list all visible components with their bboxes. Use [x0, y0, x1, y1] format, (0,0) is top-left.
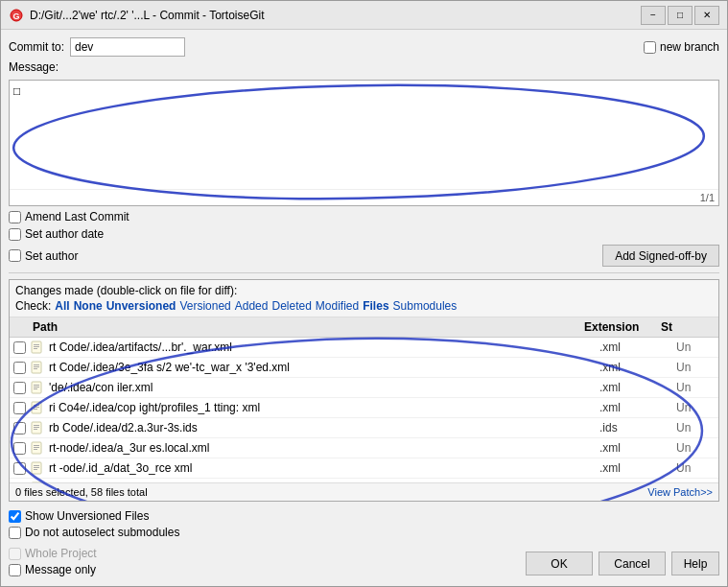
table-header: Path Extension St [10, 317, 718, 338]
changes-header: Changes made (double-click on file for d… [10, 280, 718, 317]
file-icon [30, 420, 45, 435]
file-status: Un [676, 461, 715, 475]
svg-rect-22 [34, 429, 37, 430]
table-row[interactable]: rt Code/.idea/artifacts/...br'._war.xml … [10, 338, 718, 358]
svg-rect-29 [34, 467, 39, 468]
file-name: rt -ode/.id_a/dat_3o_rce xml [49, 461, 599, 475]
file-name: ri Co4e/.idea/cop ight/profiles_1 tting:… [49, 401, 599, 414]
file-status: Un [676, 381, 715, 394]
app-icon: G [9, 8, 24, 23]
svg-rect-24 [34, 445, 39, 446]
table-row[interactable]: rb Code/.idea/d2.a.3ur-3s.ids .ids Un [10, 418, 718, 438]
amend-checkbox-label[interactable]: Amend Last Commit [9, 210, 129, 223]
svg-rect-20 [34, 425, 39, 426]
set-author-checkbox[interactable] [9, 249, 21, 262]
ok-button[interactable]: OK [526, 552, 593, 575]
file-name: 'de/.idea/con iler.xml [49, 381, 599, 394]
file-row-checkbox[interactable] [13, 362, 26, 374]
file-row-checkbox[interactable] [13, 462, 26, 475]
svg-rect-18 [34, 409, 37, 410]
file-icon [30, 340, 45, 355]
close-button[interactable]: ✕ [694, 6, 719, 25]
svg-rect-13 [34, 387, 39, 387]
file-name: rt Code/.idea/artifacts/...br'._war.xml [49, 340, 599, 354]
table-row[interactable]: ri Co4e/.idea/cop ight/profiles_1 tting:… [10, 398, 718, 418]
do-not-autoselect-checkbox[interactable] [9, 527, 21, 539]
check-versioned-link[interactable]: Versioned [179, 299, 230, 313]
commit-to-input[interactable] [70, 37, 185, 57]
main-content: Commit to: new branch Message: □ 1/1 [1, 30, 727, 586]
message-textarea[interactable]: □ [10, 81, 718, 186]
message-group: □ 1/1 [9, 80, 719, 206]
titlebar: G D:/Git/...2'we' rtc/.2' '...L - Commit… [1, 1, 727, 30]
path-column-header: Path [33, 320, 584, 334]
message-only-label[interactable]: Message only [9, 563, 97, 576]
check-unversioned-link[interactable]: Unversioned [106, 299, 176, 313]
message-label: Message: [9, 60, 719, 74]
check-files-link[interactable]: Files [363, 299, 388, 313]
selection-info: 0 files selected, 58 files total [15, 486, 148, 498]
amend-checkbox[interactable] [9, 211, 21, 223]
check-modified-link[interactable]: Modified [316, 299, 359, 313]
file-status: Un [676, 441, 715, 455]
show-unversioned-checkbox[interactable] [9, 510, 21, 523]
check-added-link[interactable]: Added [235, 299, 269, 313]
whole-project-checkbox [9, 548, 21, 560]
message-only-checkbox[interactable] [9, 564, 21, 576]
help-button[interactable]: Help [671, 552, 719, 575]
table-row[interactable]: rt -ode/.id_a/dat_3o_rce xml .xml Un [10, 458, 718, 479]
show-unversioned-label[interactable]: Show Unversioned Files [9, 509, 719, 523]
file-status: Un [676, 361, 715, 374]
svg-rect-30 [34, 469, 37, 470]
cancel-button[interactable]: Cancel [599, 552, 666, 575]
maximize-button[interactable]: □ [668, 6, 693, 25]
status-column-header: St [661, 320, 699, 334]
set-author-label[interactable]: Set author [9, 249, 78, 263]
view-patch-link[interactable]: View Patch>> [647, 486, 713, 498]
changes-header-text: Changes made (double-click on file for d… [15, 284, 237, 297]
main-window: G D:/Git/...2'we' rtc/.2' '...L - Commit… [0, 0, 728, 587]
file-row-checkbox[interactable] [13, 382, 26, 394]
file-row-checkbox[interactable] [13, 422, 26, 434]
svg-rect-26 [34, 449, 37, 450]
svg-rect-4 [34, 344, 39, 345]
window-controls: − □ ✕ [641, 6, 719, 25]
svg-rect-6 [34, 348, 37, 349]
file-icon [30, 440, 45, 456]
file-icon [30, 400, 45, 415]
bottom-row: Whole Project Message only OK Cancel Hel… [9, 545, 719, 578]
set-author-date-row: Set author date [9, 227, 719, 241]
set-author-date-checkbox[interactable] [9, 228, 21, 241]
file-status: Un [676, 401, 715, 414]
file-extension: .xml [599, 361, 676, 374]
file-icon [30, 360, 45, 375]
check-none-link[interactable]: None [74, 299, 103, 313]
separator-1 [9, 272, 719, 273]
file-extension: .ids [599, 421, 676, 434]
svg-rect-12 [34, 385, 39, 386]
svg-text:G: G [12, 12, 19, 21]
svg-rect-28 [34, 465, 39, 466]
check-deleted-link[interactable]: Deleted [271, 299, 311, 313]
set-author-date-label[interactable]: Set author date [9, 227, 104, 241]
svg-rect-8 [34, 364, 39, 365]
new-branch-checkbox-label[interactable]: new branch [644, 40, 719, 54]
file-row-checkbox[interactable] [13, 341, 26, 354]
add-signed-off-button[interactable]: Add Signed-off-by [602, 245, 719, 267]
minimize-button[interactable]: − [641, 6, 666, 25]
table-row[interactable]: 'de/.idea/con iler.xml .xml Un [10, 378, 718, 398]
do-not-autoselect-label[interactable]: Do not autoselect submodules [9, 526, 719, 539]
table-row[interactable]: rt-node/.idea/a_3ur es.local.xml .xml Un [10, 438, 718, 458]
svg-rect-14 [34, 388, 37, 389]
file-status: Un [676, 340, 715, 354]
svg-rect-21 [34, 427, 39, 428]
file-extension: .xml [599, 461, 676, 475]
check-submodules-link[interactable]: Submodules [393, 299, 458, 313]
table-row[interactable]: rt Code/.idea/3e_3fa s/2 we'-tc_war_x '3… [10, 358, 718, 378]
file-row-checkbox[interactable] [13, 442, 26, 455]
new-branch-checkbox[interactable] [644, 41, 656, 54]
file-list: rt Code/.idea/artifacts/...br'._war.xml … [10, 338, 718, 482]
check-all-link[interactable]: All [55, 299, 69, 313]
file-row-checkbox[interactable] [13, 402, 26, 414]
file-list-footer: 0 files selected, 58 files total View Pa… [10, 482, 718, 501]
